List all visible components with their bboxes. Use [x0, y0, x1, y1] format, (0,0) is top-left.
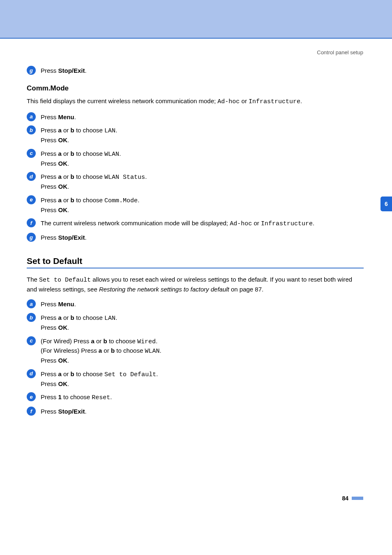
default-step-6: f Press Stop/Exit. — [27, 407, 364, 416]
text: to choose — [74, 314, 104, 321]
text: or — [252, 220, 261, 227]
text: or — [95, 338, 104, 345]
chapter-tab: 6 — [380, 197, 392, 211]
text: . — [67, 357, 69, 364]
step-badge: f — [27, 218, 36, 227]
text: Press — [41, 408, 58, 415]
ok-label: OK — [58, 324, 68, 331]
text: Press — [41, 127, 58, 134]
down-arrow-icon: b — [71, 314, 74, 321]
default-step-4: d Press a or b to choose Set to Default.… — [27, 369, 364, 388]
text: . — [67, 160, 69, 167]
text: Press — [41, 206, 58, 213]
page-number: 84 — [342, 495, 348, 502]
step-badge: f — [27, 407, 36, 416]
mono-text: Ad-hoc — [217, 98, 240, 105]
step-badge: e — [27, 392, 36, 401]
comm-step-4: d Press a or b to choose WLAN Status. Pr… — [27, 172, 364, 191]
text: or — [62, 150, 71, 157]
text: . — [115, 127, 117, 134]
text: or — [62, 173, 71, 180]
top-rule — [0, 38, 392, 39]
mono-text: Wired — [137, 338, 156, 345]
text: Press — [41, 67, 58, 74]
step-text: Press Stop/Exit. — [41, 66, 364, 75]
text: . — [67, 380, 69, 387]
text: . — [67, 324, 69, 331]
step-text: The current wireless network communicati… — [41, 218, 364, 229]
text: (For Wired) Press — [41, 338, 91, 345]
text: Press — [41, 324, 58, 331]
stop-exit-label: Stop/Exit — [58, 67, 85, 74]
text: . — [145, 173, 147, 180]
step-badge: e — [27, 195, 36, 204]
mono-text: WLAN Status — [104, 174, 145, 181]
step-text: Press a or b to choose WLAN Status. Pres… — [41, 172, 364, 191]
text: . — [156, 338, 157, 345]
text: Press — [41, 380, 58, 387]
step-prev-7: g Press Stop/Exit. — [27, 66, 364, 75]
up-arrow-icon: a — [58, 197, 62, 204]
text: or — [240, 97, 249, 104]
up-arrow-icon: a — [58, 314, 62, 321]
xref-link[interactable]: Restoring the network settings to factor… — [99, 286, 229, 293]
up-arrow-icon: a — [58, 370, 62, 377]
step-text: Press Stop/Exit. — [41, 407, 364, 416]
down-arrow-icon: b — [104, 338, 107, 345]
ok-label: OK — [58, 206, 68, 213]
heading-set-default: Set to Default — [27, 256, 364, 266]
text: . — [110, 393, 112, 400]
default-step-3: c (For Wired) Press a or b to choose Wir… — [27, 336, 364, 365]
text: . — [156, 370, 158, 377]
text: . — [85, 67, 87, 74]
default-step-1: a Press Menu. — [27, 299, 364, 309]
text: to choose — [115, 347, 145, 354]
text: Press — [41, 136, 58, 143]
text: . — [85, 408, 87, 415]
comm-step-1: a Press Menu. — [27, 112, 364, 122]
text: Press — [41, 357, 58, 364]
down-arrow-icon: b — [71, 370, 74, 377]
ok-label: OK — [58, 183, 68, 190]
breadcrumb: Control panel setup — [317, 49, 363, 56]
step-text: (For Wired) Press a or b to choose Wired… — [41, 336, 364, 365]
step-badge: b — [27, 313, 36, 322]
mono-text: Set to Default — [104, 371, 156, 378]
comm-step-2: b Press a or b to choose LAN. Press OK. — [27, 125, 364, 145]
page-bar-icon — [352, 497, 363, 500]
ok-label: OK — [58, 136, 68, 143]
mono-text: Set to Default — [39, 277, 91, 284]
mono-text: Comm.Mode — [104, 197, 138, 204]
menu-label: Menu — [58, 301, 74, 308]
text: (For Wireless) Press — [41, 347, 99, 354]
ok-label: OK — [58, 357, 68, 364]
menu-label: Menu — [58, 113, 74, 120]
stop-exit-label: Stop/Exit — [58, 234, 85, 241]
text: . — [74, 113, 76, 120]
text: . — [67, 136, 69, 143]
text: Press — [41, 173, 58, 180]
mono-text: LAN — [104, 127, 115, 134]
text: Press — [41, 393, 58, 400]
text: or — [62, 197, 71, 204]
top-banner — [0, 0, 392, 38]
text: to choose — [74, 370, 104, 377]
text: The current wireless network communicati… — [41, 220, 230, 227]
down-arrow-icon: b — [71, 173, 74, 180]
text: to choose — [62, 393, 92, 400]
text: Press — [41, 301, 58, 308]
text: . — [115, 314, 117, 321]
step-badge: g — [27, 66, 36, 75]
text: . — [300, 97, 302, 104]
footer: 84 — [342, 495, 363, 502]
text: or — [62, 314, 71, 321]
comm-step-5: e Press a or b to choose Comm.Mode. Pres… — [27, 195, 364, 215]
step-text: Press a or b to choose Set to Default. P… — [41, 369, 364, 388]
ok-label: OK — [58, 380, 68, 387]
text: Press — [41, 314, 58, 321]
step-badge: a — [27, 299, 36, 308]
text: . — [119, 150, 121, 157]
mono-text: LAN — [104, 315, 115, 322]
step-badge: d — [27, 172, 36, 181]
mono-text: Infrastructure — [249, 98, 300, 105]
